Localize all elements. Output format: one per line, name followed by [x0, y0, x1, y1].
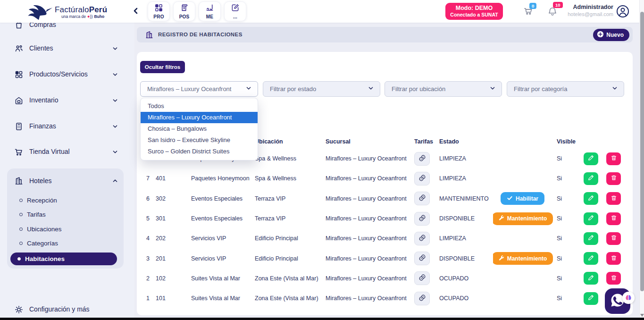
- pencil-icon: [587, 154, 594, 163]
- edit-button[interactable]: [584, 172, 598, 185]
- tariffs-button[interactable]: [414, 271, 430, 285]
- dropdown-option[interactable]: San Isidro – Executive Skyline: [141, 135, 258, 146]
- edit-button[interactable]: [584, 272, 598, 285]
- coins-icon: [418, 294, 427, 303]
- tariffs-button[interactable]: [414, 152, 430, 166]
- mantenimiento-button[interactable]: Mantenimiento: [493, 212, 553, 225]
- sidebar-item-configuracion[interactable]: Configuración y más: [0, 300, 134, 317]
- nav-pro-button[interactable]: PRO: [148, 1, 170, 21]
- user-avatar-button[interactable]: [616, 5, 629, 20]
- pencil-icon: [587, 194, 594, 203]
- tariffs-button[interactable]: [414, 232, 430, 245]
- delete-button[interactable]: [606, 272, 621, 285]
- tariffs-button[interactable]: [414, 212, 430, 226]
- edit-button[interactable]: [584, 212, 598, 225]
- room-category: Servicios VIP: [191, 235, 255, 242]
- scrollbar-thumb[interactable]: [640, 12, 644, 291]
- sidebar-subitem-label: Recepción: [27, 197, 57, 204]
- edit-button[interactable]: [584, 192, 598, 205]
- modules-grid-icon: [154, 3, 163, 14]
- sidebar-subitem-habitaciones[interactable]: Habitaciones: [10, 253, 117, 265]
- room-category: Suites Vista al Mar: [191, 275, 255, 282]
- ai-assistant-badge[interactable]: [622, 292, 635, 304]
- dropdown-option[interactable]: Surco – Golden District Suites: [141, 146, 258, 157]
- dropdown-option[interactable]: Chosica – Bungalows: [141, 123, 258, 135]
- bullet-icon: [19, 227, 23, 231]
- room-number: 102: [156, 275, 191, 282]
- room-location: Edificio Principal: [255, 255, 326, 262]
- brain-icon: [625, 294, 632, 302]
- calculator-icon: [14, 122, 24, 133]
- edit-button[interactable]: [584, 232, 598, 245]
- chevron-down-icon: [611, 85, 618, 93]
- whatsapp-float-button[interactable]: [605, 288, 630, 314]
- mantenimiento-button[interactable]: Mantenimiento: [493, 252, 553, 265]
- bottom-window-edge: [0, 318, 644, 320]
- coins-icon: [418, 234, 427, 244]
- category-filter-select[interactable]: Filtrar por categoría: [507, 81, 624, 97]
- dropdown-option[interactable]: Miraflores – Luxury Oceanfront: [141, 112, 258, 123]
- warehouse-icon: [14, 96, 24, 107]
- sidebar: Compras Clientes Productos/Servicios Inv…: [0, 23, 134, 318]
- sidebar-subitem-ubicaciones[interactable]: Ubicaciones: [7, 222, 124, 236]
- tariffs-button[interactable]: [414, 292, 430, 305]
- new-room-button[interactable]: Nuevo: [593, 29, 629, 41]
- table-row: 2102Suites Vista al MarZona Este (Vista …: [137, 269, 633, 288]
- sidebar-item-clientes[interactable]: Clientes: [0, 39, 134, 58]
- location-filter-select[interactable]: Filtrar por ubicación: [385, 81, 502, 97]
- vertical-scrollbar[interactable]: [639, 0, 644, 320]
- nav-more-button[interactable]: ...: [224, 1, 246, 21]
- bullet-icon: [19, 199, 23, 202]
- trash-icon: [611, 214, 617, 223]
- room-status: DISPONIBLE: [439, 255, 493, 262]
- room-number: 101: [156, 295, 191, 302]
- delete-button[interactable]: [606, 152, 621, 165]
- trash-icon: [611, 154, 617, 163]
- demo-mode-badge[interactable]: Modo: DEMO Conectado a SUNAT: [445, 3, 503, 20]
- sidebar-item-productos-servicios[interactable]: Productos/Servicios: [0, 65, 134, 84]
- nav-me-button[interactable]: ME: [199, 1, 221, 21]
- room-status: LIMPIEZA: [439, 175, 493, 182]
- sidebar-item-hoteles[interactable]: Hoteles: [7, 172, 124, 189]
- room-index: 4: [146, 235, 156, 242]
- delete-button[interactable]: [606, 212, 621, 225]
- app-logo[interactable]: FactúraloPerú una marca de●))Buho: [26, 1, 107, 23]
- delete-button[interactable]: [606, 172, 621, 185]
- table-row: 6302Eventos EspecialesTerraza VIPMiraflo…: [137, 189, 633, 209]
- scrollbar-down-arrow[interactable]: [640, 314, 644, 317]
- branch-dropdown: TodosMiraflores – Luxury OceanfrontChosi…: [140, 98, 258, 160]
- sidebar-item-finanzas[interactable]: Finanzas: [0, 117, 134, 136]
- delete-button[interactable]: [606, 232, 621, 245]
- delete-button[interactable]: [606, 252, 621, 265]
- collapse-sidebar-chevron[interactable]: [133, 7, 139, 17]
- room-branch: Miraflores – Luxury Oceanfront: [326, 275, 414, 282]
- pencil-icon: [587, 254, 594, 263]
- sidebar-item-inventario[interactable]: Inventario: [0, 91, 134, 110]
- logo-title: FactúraloPerú: [55, 5, 107, 14]
- hoteles-submenu: RecepciónTarifasUbicacionesCategoríasHab…: [7, 193, 124, 265]
- tariffs-button[interactable]: [414, 172, 430, 185]
- room-number: 301: [156, 215, 191, 222]
- module-switcher: PRO POS ME ...: [148, 1, 246, 21]
- sidebar-item-tienda-virtual[interactable]: Tienda Virtual: [0, 143, 134, 161]
- sidebar-subitem-tarifas[interactable]: Tarifas: [7, 208, 124, 222]
- chevron-down-icon: [112, 149, 118, 157]
- room-status: MANTENIMIENTO: [439, 195, 493, 202]
- room-category: Eventos Especiales: [191, 195, 255, 202]
- edit-button[interactable]: [584, 252, 598, 265]
- edit-button[interactable]: [584, 292, 598, 305]
- status-filter-select[interactable]: Filtrar por estado: [263, 81, 380, 97]
- sidebar-subitem-recepcion[interactable]: Recepción: [7, 193, 124, 208]
- edit-button[interactable]: [584, 152, 598, 165]
- tariffs-button[interactable]: [414, 192, 430, 205]
- room-branch: Miraflores – Luxury Oceanfront: [326, 215, 414, 222]
- sidebar-subitem-categorias[interactable]: Categorías: [7, 236, 124, 251]
- nav-pos-button[interactable]: POS: [173, 1, 195, 21]
- wrench-icon: [498, 215, 504, 222]
- tariffs-button[interactable]: [414, 252, 430, 265]
- delete-button[interactable]: [606, 192, 621, 205]
- habilitar-button[interactable]: Habilitar: [501, 192, 544, 205]
- branch-filter-select[interactable]: Miraflores – Luxury Oceanfront: [140, 81, 258, 97]
- dropdown-option[interactable]: Todos: [141, 101, 258, 112]
- hide-filters-button[interactable]: Ocultar filtros: [140, 61, 185, 73]
